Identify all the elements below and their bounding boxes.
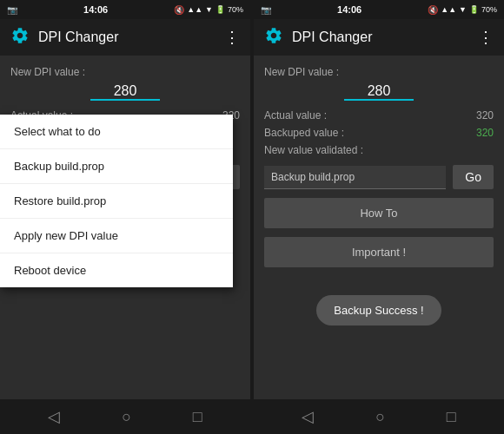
- right-dpi-container: [264, 83, 494, 101]
- phones-container: 📷 14:06 🔇 ▲▲ ▼ 🔋 70% DPI Changer ⋮ Ne: [0, 0, 504, 434]
- left-dpi-label: New DPI value :: [10, 66, 240, 78]
- left-time: 14:06: [83, 4, 108, 15]
- right-actual-label: Actual value :: [264, 109, 327, 122]
- right-signal-icon: ▲▲: [441, 5, 456, 14]
- right-battery-percent: 70%: [481, 5, 497, 14]
- backup-success-badge: Backup Success !: [316, 295, 441, 326]
- mute-icon: 🔇: [174, 5, 184, 15]
- right-backuped-label: Backuped value :: [264, 127, 344, 139]
- status-right: 🔇 ▲▲ ▼ 🔋 70%: [174, 5, 243, 15]
- right-mute-icon: 🔇: [428, 5, 438, 15]
- right-select-display[interactable]: Backup build.prop: [264, 166, 446, 189]
- battery-percent-left: 70%: [228, 5, 243, 14]
- right-status-right: 🔇 ▲▲ ▼ 🔋 70%: [428, 5, 497, 15]
- right-status-left: 📷: [261, 5, 271, 15]
- right-validated-label: New value validated :: [264, 144, 363, 156]
- right-battery-icon: 🔋: [469, 5, 479, 14]
- signal-icon: ▲▲: [187, 5, 202, 14]
- right-home-icon[interactable]: ○: [375, 408, 385, 426]
- right-back-icon[interactable]: ◁: [302, 407, 314, 426]
- right-more-icon[interactable]: ⋮: [478, 28, 494, 47]
- left-dropdown-item-4[interactable]: Reboot device: [0, 253, 233, 287]
- right-dpi-label: New DPI value :: [264, 66, 494, 78]
- right-gear-icon: [264, 26, 283, 49]
- right-screenshot-icon: 📷: [261, 5, 271, 15]
- left-content: New DPI value : Actual value : 320 Backu…: [0, 56, 250, 399]
- left-nav-bar: ◁ ○ □: [0, 399, 250, 434]
- left-dpi-input[interactable]: [90, 83, 160, 101]
- right-actual-row: Actual value : 320: [264, 109, 494, 122]
- left-dropdown-item-3[interactable]: Apply new DPI value: [0, 219, 233, 253]
- right-backuped-row: Backuped value : 320: [264, 127, 494, 139]
- left-status-bar: 📷 14:06 🔇 ▲▲ ▼ 🔋 70%: [0, 0, 250, 19]
- right-backuped-value: 320: [476, 127, 494, 139]
- left-dropdown-menu: Select what to do Backup build.prop Rest…: [0, 115, 233, 287]
- left-home-icon[interactable]: ○: [122, 408, 131, 426]
- left-more-icon[interactable]: ⋮: [224, 28, 240, 47]
- left-dropdown-item-0[interactable]: Select what to do: [0, 115, 233, 149]
- right-time: 14:06: [337, 4, 361, 15]
- left-back-icon[interactable]: ◁: [48, 407, 60, 426]
- right-recents-icon[interactable]: □: [447, 408, 456, 426]
- right-nav-bar: ◁ ○ □: [254, 399, 504, 434]
- right-app-bar: DPI Changer ⋮: [254, 19, 504, 56]
- wifi-icon: ▼: [205, 5, 213, 14]
- right-dpi-input[interactable]: [344, 83, 414, 101]
- right-action-row: Backup build.prop Go: [264, 165, 494, 189]
- left-recents-icon[interactable]: □: [193, 408, 202, 426]
- left-dropdown-item-1[interactable]: Backup build.prop: [0, 149, 233, 184]
- right-phone: 📷 14:06 🔇 ▲▲ ▼ 🔋 70% DPI Changer ⋮ Ne: [254, 0, 504, 434]
- left-phone: 📷 14:06 🔇 ▲▲ ▼ 🔋 70% DPI Changer ⋮ Ne: [0, 0, 250, 434]
- right-actual-value: 320: [476, 109, 494, 122]
- battery-icon: 🔋: [216, 5, 225, 14]
- status-left: 📷: [7, 5, 17, 15]
- left-dropdown-item-2[interactable]: Restore build.prop: [0, 184, 233, 219]
- left-app-bar: DPI Changer ⋮: [0, 19, 250, 56]
- right-validated-row: New value validated :: [264, 144, 494, 156]
- right-wifi-icon: ▼: [459, 5, 467, 14]
- right-status-bar: 📷 14:06 🔇 ▲▲ ▼ 🔋 70%: [254, 0, 504, 19]
- left-app-title: DPI Changer: [38, 30, 216, 45]
- right-go-button[interactable]: Go: [453, 165, 494, 189]
- how-to-button[interactable]: How To: [264, 198, 494, 228]
- left-gear-icon: [10, 26, 30, 49]
- screenshot-icon: 📷: [7, 5, 17, 15]
- right-app-title: DPI Changer: [292, 30, 469, 45]
- left-dpi-container: [10, 83, 240, 101]
- important-button[interactable]: Important !: [264, 237, 494, 267]
- right-content: New DPI value : Actual value : 320 Backu…: [254, 56, 504, 399]
